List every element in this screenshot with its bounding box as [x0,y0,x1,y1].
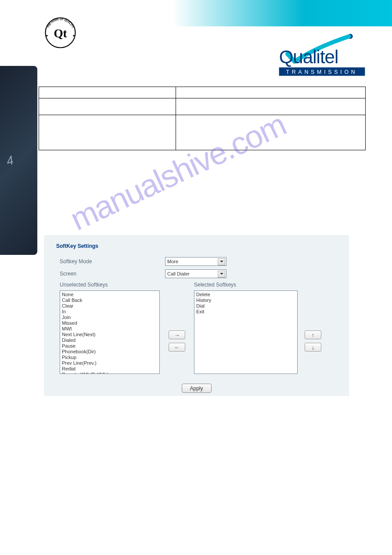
svg-text:TRANSMISSION: TRANSMISSION [286,69,357,75]
screen-value: Call Dialer [167,271,190,276]
screen-row: Screen Call Dialer [56,269,337,278]
list-item[interactable]: History [194,297,297,303]
list-item[interactable]: Dial [194,303,297,309]
svg-point-3 [46,35,47,36]
apply-button[interactable]: Apply [182,384,212,393]
table-cell [176,115,366,150]
selected-label: Selected Softkeys [194,282,298,288]
svg-point-4 [73,35,74,36]
screen-label: Screen [60,271,165,277]
header-gradient [173,0,392,26]
list-item[interactable]: Pause [60,343,159,349]
move-right-button[interactable]: → [169,330,185,339]
list-item[interactable]: Remote XML(R-XML) [60,372,159,374]
softkey-mode-row: Softkey Mode More [56,257,337,266]
move-down-button[interactable]: ↓ [305,343,321,352]
svg-text:Qualitel: Qualitel [279,47,338,67]
qualitel-logo: Qualitel TRANSMISSION [276,33,368,81]
parameters-table [39,87,366,150]
softkey-mode-label: Softkey Mode [60,258,165,265]
list-item[interactable]: Delete [194,292,297,297]
move-left-button[interactable]: ← [169,343,185,352]
table-cell [39,98,176,115]
panel-title: SoftKey Settings [56,243,337,249]
list-item[interactable]: Next Line(Next) [60,332,159,337]
list-item[interactable]: Missed [60,320,159,326]
list-item[interactable]: Dialed [60,337,159,343]
list-item[interactable]: Prev Line(Prev.) [60,360,159,366]
move-up-button[interactable]: ↑ [305,330,321,339]
list-item[interactable]: In [60,309,159,315]
chevron-down-icon [220,261,223,262]
list-item[interactable]: Phonebook(Dir) [60,349,159,355]
table-cell [176,98,366,115]
phone-decorative-image [0,66,37,255]
softkey-mode-value: More [167,259,178,264]
unselected-label: Unselected Softkeys [60,282,160,288]
list-item[interactable]: Redial [60,366,159,372]
list-item[interactable]: Exit [194,309,297,315]
list-item[interactable]: MWI [60,326,159,332]
table-cell [39,115,176,150]
list-item[interactable]: Join [60,315,159,320]
svg-text:Qt: Qt [54,27,67,40]
list-item[interactable]: Pickup [60,355,159,360]
table-cell [39,87,176,98]
list-item[interactable]: None [60,292,159,297]
softkey-mode-select[interactable]: More [165,257,227,266]
softkey-settings-panel: SoftKey Settings Softkey Mode More Scree… [44,235,349,396]
chevron-down-icon [220,273,223,275]
table-cell [176,87,366,98]
qt-seal-logo: THE HOME OF QUALITY Qt [42,14,79,51]
screen-select[interactable]: Call Dialer [165,269,227,278]
list-item[interactable]: Clear [60,303,159,309]
unselected-softkeys-listbox[interactable]: NoneCall BackClearInJoinMissedMWINext Li… [60,290,160,374]
list-item[interactable]: Call Back [60,297,159,303]
selected-softkeys-listbox[interactable]: DeleteHistoryDialExit [194,290,298,374]
